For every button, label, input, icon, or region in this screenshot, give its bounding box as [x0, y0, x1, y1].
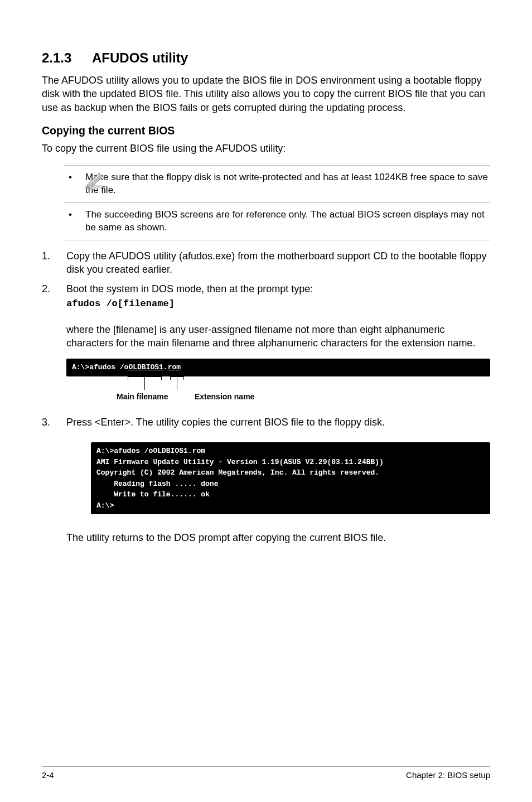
terminal-filename-main: OLDBIOS1: [128, 363, 163, 371]
step-3: 3. Press <Enter>. The utility copies the…: [42, 416, 490, 429]
step-1: 1. Copy the AFUDOS utility (afudos.exe) …: [42, 249, 490, 277]
step-2-explanation: where the [filename] is any user-assigne…: [66, 323, 490, 350]
terminal-line: AMI Firmware Update Utility - Version 1.…: [96, 458, 384, 466]
step-text: Copy the AFUDOS utility (afudos.exe) fro…: [66, 249, 490, 277]
filename-labels: Main filename Extension name: [66, 381, 490, 403]
step-number: 1.: [42, 249, 66, 277]
terminal-line: A:\>: [96, 501, 114, 510]
intro-paragraph: The AFUDOS utility allows you to update …: [42, 74, 490, 114]
section-heading: 2.1.3AFUDOS utility: [42, 50, 490, 66]
note-item: • The succeeding BIOS screens are for re…: [69, 209, 490, 234]
closing-paragraph: The utility returns to the DOS prompt af…: [66, 531, 490, 544]
terminal-line: Write to file...... ok: [96, 490, 210, 499]
step-text: Press <Enter>. The utility copies the cu…: [66, 416, 490, 429]
chapter-label: Chapter 2: BIOS setup: [406, 770, 490, 780]
terminal-line: A:\>afudos /oOLDBIOS1.rom: [96, 447, 205, 455]
terminal-line: Copyright (C) 2002 American Megatrends, …: [96, 468, 379, 477]
note-text: Make sure that the floppy disk is not wr…: [85, 171, 490, 197]
page-footer: 2-4 Chapter 2: BIOS setup: [42, 766, 490, 780]
note-item: • Make sure that the floppy disk is not …: [69, 171, 490, 197]
section-title-text: AFUDOS utility: [92, 50, 188, 65]
note-text: The succeeding BIOS screens are for refe…: [85, 209, 490, 234]
terminal-line: Reading flash ..... done: [96, 480, 218, 488]
terminal-block-1: A:\>afudos /oOLDBIOS1.rom: [66, 359, 490, 376]
terminal-prefix: A:\>afudos /o: [72, 363, 128, 371]
label-extension-name: Extension name: [195, 392, 254, 401]
note-pen-icon: [84, 168, 106, 190]
subsection-intro: To copy the current BIOS file using the …: [42, 142, 490, 155]
step-number: 2.: [42, 282, 66, 317]
bullet-icon: •: [69, 209, 85, 234]
subsection-heading: Copying the current BIOS: [42, 124, 490, 137]
terminal-dot: .: [163, 363, 168, 371]
page-number: 2-4: [42, 770, 54, 780]
step-text: Boot the system in DOS mode, then at the…: [66, 283, 313, 294]
divider: [64, 202, 490, 203]
step-2: 2. Boot the system in DOS mode, then at …: [42, 282, 490, 317]
step-number: 3.: [42, 416, 66, 429]
bullet-icon: •: [69, 171, 85, 197]
terminal-filename-ext: rom: [168, 363, 181, 371]
divider: [64, 240, 490, 240]
section-number: 2.1.3: [42, 50, 92, 66]
terminal-block-2: A:\>afudos /oOLDBIOS1.rom AMI Firmware U…: [91, 442, 490, 514]
command-code: afudos /o[filename]: [66, 298, 490, 311]
divider: [64, 165, 490, 166]
label-main-filename: Main filename: [117, 392, 168, 401]
